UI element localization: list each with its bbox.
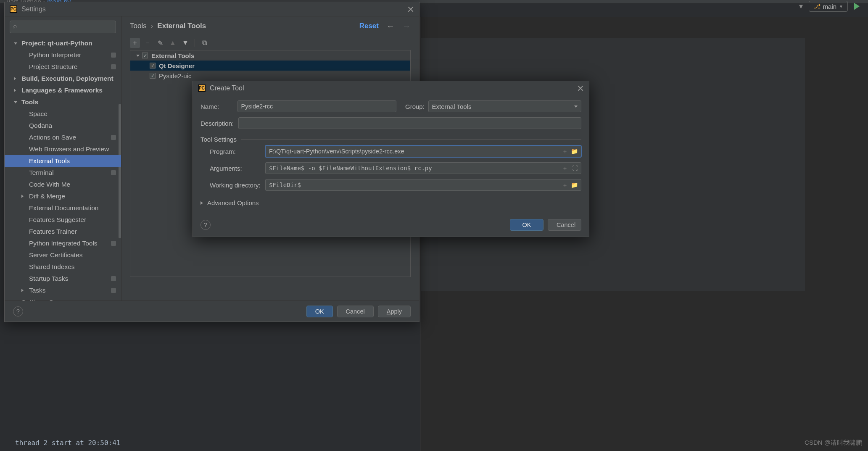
sidebar-item-label: Tools: [21, 98, 38, 106]
sidebar-item[interactable]: Settings Sync: [5, 296, 121, 301]
list-item[interactable]: ✓ Pyside2-uic: [130, 71, 410, 81]
browse-icon[interactable]: 📁: [571, 182, 578, 188]
sidebar-item-label: Settings Sync: [21, 298, 65, 301]
settings-sidebar: Project: qt-uart-PythonPython Interprete…: [5, 16, 121, 301]
checkbox[interactable]: ✓: [142, 53, 148, 58]
list-group[interactable]: ✓ External Tools: [130, 50, 410, 61]
sidebar-item[interactable]: Python Integrated Tools: [5, 237, 121, 249]
modified-icon: [111, 170, 116, 175]
sidebar-item[interactable]: Code With Me: [5, 179, 121, 190]
sidebar-item[interactable]: Features Suggester: [5, 214, 121, 226]
sidebar-item[interactable]: Server Certificates: [5, 249, 121, 261]
sidebar-item-label: Project Structure: [29, 63, 77, 71]
sidebar-item-label: Features Trainer: [29, 228, 77, 235]
name-field[interactable]: [237, 100, 396, 112]
sidebar-item[interactable]: Terminal: [5, 167, 121, 179]
checkbox[interactable]: ✓: [150, 63, 156, 69]
settings-footer: ? OK Cancel Apply: [5, 301, 419, 322]
close-icon[interactable]: [407, 6, 414, 13]
group-label: Group:: [405, 103, 428, 110]
sidebar-item[interactable]: Startup Tasks: [5, 273, 121, 285]
up-button[interactable]: ▲: [168, 38, 178, 48]
expand-icon[interactable]: [136, 55, 140, 57]
create-tool-dialog: PC Create Tool Name: Group: External Too…: [193, 81, 589, 237]
sidebar-item-label: Languages & Frameworks: [21, 87, 103, 94]
sidebar-item-label: Features Suggester: [29, 216, 86, 224]
create-tool-titlebar: PC Create Tool: [193, 81, 589, 95]
create-tool-footer: ? OK Cancel: [193, 213, 589, 237]
arguments-field[interactable]: [265, 162, 581, 174]
down-button[interactable]: ▼: [180, 38, 190, 48]
sidebar-item-label: Build, Execution, Deployment: [21, 75, 113, 82]
chevron-right-icon: [21, 195, 24, 198]
sidebar-item[interactable]: Tools: [5, 96, 121, 108]
remove-button[interactable]: －: [142, 38, 153, 48]
list-item[interactable]: ✓ Qt Designer: [130, 61, 410, 71]
browse-icon[interactable]: 📁: [571, 148, 578, 155]
tools-toolbar: ＋ － ✎ ▲ ▼ ⧉: [130, 36, 411, 50]
sidebar-item[interactable]: Shared Indexes: [5, 261, 121, 273]
chevron-right-icon: [21, 289, 24, 292]
description-field[interactable]: [238, 117, 581, 129]
sidebar-item-label: Actions on Save: [29, 134, 76, 141]
sidebar-item-label: Space: [29, 110, 47, 118]
sidebar-item[interactable]: Tasks: [5, 285, 121, 296]
sidebar-item-label: Python Interpreter: [29, 51, 81, 59]
advanced-options-toggle[interactable]: Advanced Options: [201, 199, 581, 206]
sidebar-item[interactable]: Space: [5, 108, 121, 120]
help-icon[interactable]: ?: [201, 220, 211, 230]
settings-title: Settings: [21, 5, 46, 13]
help-icon[interactable]: ?: [13, 306, 23, 316]
ok-button[interactable]: OK: [306, 306, 333, 317]
sidebar-item[interactable]: Languages & Frameworks: [5, 84, 121, 96]
sidebar-item-label: Code With Me: [29, 181, 70, 188]
sidebar-item[interactable]: External Tools: [5, 155, 121, 167]
breadcrumb-root[interactable]: Tools: [130, 22, 147, 30]
terminal-line: thread 2 start at 20:50:41: [15, 434, 120, 451]
settings-tree[interactable]: Project: qt-uart-PythonPython Interprete…: [5, 37, 121, 301]
sidebar-item[interactable]: External Documentation: [5, 202, 121, 214]
sidebar-item-label: Web Browsers and Preview: [29, 145, 109, 153]
close-icon[interactable]: [577, 85, 584, 92]
cancel-button[interactable]: Cancel: [337, 306, 374, 317]
tool-settings-section: Tool Settings: [201, 136, 581, 143]
insert-macro-icon[interactable]: ＋: [562, 148, 568, 156]
search-input[interactable]: [10, 21, 116, 33]
run-button-icon[interactable]: [854, 3, 860, 10]
program-field[interactable]: [265, 145, 581, 157]
expand-icon[interactable]: ⛶: [572, 165, 578, 171]
modified-icon: [111, 241, 116, 246]
sidebar-item[interactable]: Project Structure: [5, 61, 121, 73]
insert-macro-icon[interactable]: ＋: [562, 165, 568, 172]
edit-button[interactable]: ✎: [155, 38, 165, 48]
workingdir-field[interactable]: [265, 179, 581, 191]
sidebar-item[interactable]: Web Browsers and Preview: [5, 143, 121, 155]
user-icon[interactable]: ▾: [799, 2, 803, 11]
sidebar-item[interactable]: Actions on Save: [5, 132, 121, 143]
cancel-button[interactable]: Cancel: [548, 219, 581, 231]
sidebar-item[interactable]: Python Interpreter: [5, 49, 121, 61]
sidebar-item-label: Server Certificates: [29, 251, 82, 259]
git-branch-selector[interactable]: ⎇ main ▼: [809, 1, 848, 12]
back-icon[interactable]: ←: [386, 21, 395, 31]
add-button[interactable]: ＋: [130, 38, 140, 48]
modified-icon: [111, 64, 116, 69]
copy-button[interactable]: ⧉: [199, 38, 209, 48]
ok-button[interactable]: OK: [510, 219, 543, 231]
settings-header: Tools › External Tools Reset ← →: [121, 16, 419, 36]
settings-titlebar: PC Settings: [5, 2, 419, 16]
reset-link[interactable]: Reset: [359, 22, 379, 30]
sidebar-item[interactable]: Diff & Merge: [5, 190, 121, 202]
chevron-right-icon: [14, 77, 16, 80]
modified-icon: [111, 288, 116, 293]
insert-macro-icon[interactable]: ＋: [562, 182, 568, 189]
sidebar-item[interactable]: Build, Execution, Deployment: [5, 73, 121, 84]
sidebar-item[interactable]: Project: qt-uart-Python: [5, 37, 121, 49]
group-select[interactable]: External Tools: [428, 100, 581, 112]
sidebar-item-label: External Tools: [29, 157, 70, 165]
apply-button[interactable]: Apply: [378, 306, 411, 317]
sidebar-item-label: Python Integrated Tools: [29, 240, 98, 247]
sidebar-item[interactable]: Qodana: [5, 120, 121, 132]
sidebar-item[interactable]: Features Trainer: [5, 226, 121, 237]
checkbox[interactable]: ✓: [150, 73, 156, 79]
